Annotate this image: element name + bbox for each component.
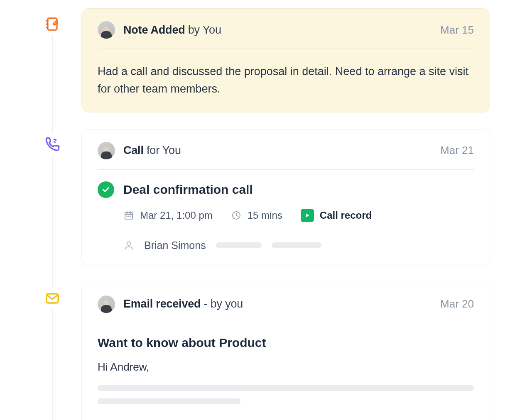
call-subject-row: Deal confirmation call	[98, 181, 474, 198]
note-card-header: Note Added by You Mar 15	[98, 21, 474, 49]
svg-point-10	[127, 242, 131, 246]
avatar	[98, 21, 115, 39]
call-title-rest: for You	[144, 144, 181, 156]
timeline-entry-email: Email received - by you Mar 20 Want to k…	[42, 283, 490, 420]
check-icon	[98, 181, 114, 198]
note-title-strong: Note Added	[123, 24, 185, 36]
call-subject: Deal confirmation call	[123, 183, 253, 197]
email-card-header: Email received - by you Mar 20	[98, 295, 474, 323]
placeholder-line	[98, 398, 240, 404]
calendar-icon	[123, 210, 134, 221]
placeholder-pill	[216, 242, 262, 248]
call-datetime-text: Mar 21, 1:00 pm	[140, 210, 213, 221]
placeholder-line	[98, 385, 474, 391]
call-record-label: Call record	[320, 210, 372, 221]
email-body-placeholder	[98, 385, 474, 404]
note-icon	[42, 13, 63, 35]
call-meta: Mar 21, 1:00 pm 15 mins Call record	[123, 209, 474, 222]
call-datetime: Mar 21, 1:00 pm	[123, 210, 213, 221]
clock-icon	[231, 210, 242, 221]
call-card[interactable]: Call for You Mar 21 Deal confirmation ca…	[81, 129, 490, 266]
attendee-name: Brian Simons	[144, 239, 206, 252]
email-title-rest: - by you	[201, 298, 243, 310]
note-date: Mar 15	[440, 24, 474, 37]
email-icon	[42, 288, 63, 309]
note-card[interactable]: Note Added by You Mar 15 Had a call and …	[81, 8, 490, 112]
avatar	[98, 142, 115, 159]
call-icon	[42, 134, 63, 156]
email-title-strong: Email received	[123, 298, 201, 310]
play-icon	[301, 209, 314, 222]
call-title-strong: Call	[123, 144, 144, 156]
call-record-button[interactable]: Call record	[301, 209, 372, 222]
note-body: Had a call and discussed the proposal in…	[98, 49, 474, 98]
svg-point-7	[130, 216, 130, 216]
note-title-rest: by You	[185, 24, 221, 36]
call-card-header: Call for You Mar 21	[98, 142, 474, 170]
svg-point-5	[127, 216, 127, 216]
timeline-entry-note: Note Added by You Mar 15 Had a call and …	[42, 8, 490, 112]
svg-point-6	[128, 216, 129, 216]
call-attendees: Brian Simons	[123, 239, 474, 252]
call-date: Mar 21	[440, 144, 474, 157]
call-duration: 15 mins	[231, 210, 282, 221]
person-icon	[123, 240, 134, 251]
email-card[interactable]: Email received - by you Mar 20 Want to k…	[81, 283, 490, 420]
svg-marker-9	[306, 213, 309, 217]
email-title-line: Email received - by you	[123, 298, 243, 310]
email-date: Mar 20	[440, 298, 474, 310]
call-duration-text: 15 mins	[248, 210, 282, 221]
call-title-line: Call for You	[123, 144, 181, 157]
timeline-entry-call: Call for You Mar 21 Deal confirmation ca…	[42, 129, 490, 266]
email-greeting: Hi Andrew,	[98, 361, 474, 374]
note-title: Note Added by You	[123, 24, 221, 37]
email-subject: Want to know about Product	[98, 336, 474, 350]
placeholder-pill	[272, 242, 321, 248]
avatar	[98, 295, 115, 313]
activity-timeline: Note Added by You Mar 15 Had a call and …	[0, 0, 515, 420]
